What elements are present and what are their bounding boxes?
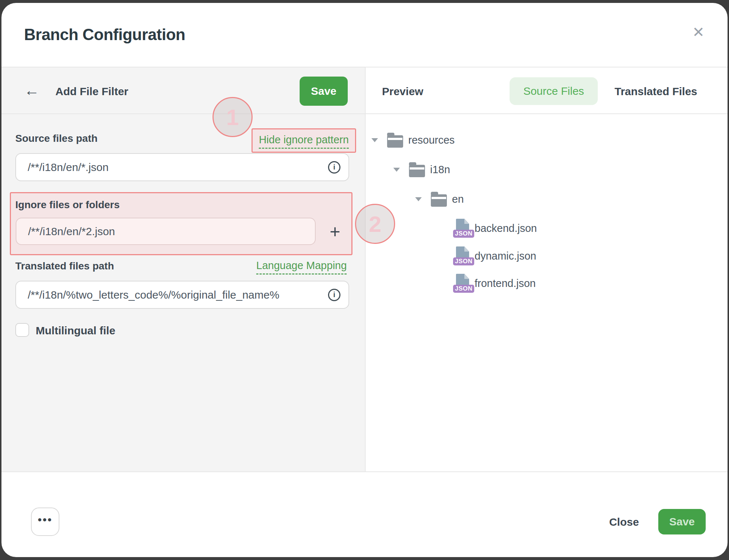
multilingual-checkbox[interactable] bbox=[15, 323, 29, 337]
chevron-down-icon[interactable] bbox=[415, 197, 422, 201]
panel-header-divider bbox=[1, 113, 728, 114]
hide-ignore-pattern-link[interactable]: Hide ignore pattern bbox=[259, 134, 349, 149]
tree-label: dynamic.json bbox=[475, 250, 536, 262]
folder-icon bbox=[409, 165, 425, 177]
tree-row-en[interactable]: en bbox=[415, 189, 464, 209]
json-file-icon: JSON bbox=[453, 219, 470, 238]
ignore-files-label: Ignore files or folders bbox=[15, 199, 120, 211]
more-options-button[interactable]: ••• bbox=[31, 508, 59, 536]
source-files-path-input[interactable] bbox=[15, 153, 349, 181]
page-title: Branch Configuration bbox=[24, 26, 185, 44]
tree-row-i18n[interactable]: i18n bbox=[393, 160, 450, 179]
tree-row-backend-json[interactable]: JSON backend.json bbox=[453, 218, 537, 238]
panel-vertical-divider bbox=[365, 67, 366, 471]
tree-label: resources bbox=[408, 134, 455, 146]
json-badge: JSON bbox=[453, 230, 474, 238]
translated-files-path-label: Translated files path bbox=[15, 260, 114, 272]
preview-title: Preview bbox=[382, 85, 423, 98]
close-icon[interactable]: ✕ bbox=[688, 22, 709, 42]
hide-ignore-pattern-highlight: Hide ignore pattern bbox=[252, 128, 356, 153]
close-button[interactable]: Close bbox=[606, 515, 642, 529]
annotation-step-2: 2 bbox=[355, 204, 395, 244]
ignore-files-input[interactable] bbox=[16, 218, 316, 245]
translated-files-path-field: i bbox=[15, 281, 349, 309]
info-icon[interactable]: i bbox=[328, 289, 340, 301]
add-ignore-pattern-button[interactable]: + bbox=[325, 218, 344, 245]
tree-label: en bbox=[452, 193, 464, 205]
language-mapping-wrap: Language Mapping bbox=[256, 260, 347, 275]
tree-label: frontend.json bbox=[475, 277, 536, 289]
tab-translated-files[interactable]: Translated Files bbox=[615, 85, 697, 98]
json-badge: JSON bbox=[453, 257, 474, 265]
annotation-step-1: 1 bbox=[213, 97, 253, 137]
folder-icon bbox=[431, 194, 447, 207]
screen-backdrop: Branch Configuration ✕ ← Add File Filter… bbox=[0, 0, 729, 560]
language-mapping-link[interactable]: Language Mapping bbox=[256, 260, 347, 275]
tab-source-files[interactable]: Source Files bbox=[510, 77, 598, 105]
json-file-icon: JSON bbox=[453, 246, 470, 265]
source-files-path-label: Source files path bbox=[15, 133, 98, 144]
chevron-down-icon[interactable] bbox=[371, 138, 378, 142]
back-arrow-icon[interactable]: ← bbox=[24, 82, 39, 99]
tree-row-resources[interactable]: resources bbox=[371, 130, 455, 150]
chevron-down-icon[interactable] bbox=[393, 167, 400, 172]
source-files-path-field: i bbox=[15, 153, 349, 181]
add-file-filter-title: Add File Filter bbox=[55, 85, 128, 98]
tree-label: backend.json bbox=[475, 222, 537, 234]
tree-row-frontend-json[interactable]: JSON frontend.json bbox=[453, 273, 536, 293]
folder-icon bbox=[387, 135, 403, 148]
multilingual-file-label: Multilingual file bbox=[36, 324, 115, 337]
save-button-bottom[interactable]: Save bbox=[658, 509, 706, 534]
tree-label: i18n bbox=[430, 164, 450, 176]
info-icon[interactable]: i bbox=[328, 161, 340, 174]
ignore-files-field bbox=[16, 218, 316, 245]
translated-files-path-input[interactable] bbox=[15, 281, 349, 309]
footer-divider bbox=[1, 471, 728, 472]
save-button-top[interactable]: Save bbox=[300, 77, 348, 106]
json-badge: JSON bbox=[453, 285, 474, 293]
json-file-icon: JSON bbox=[453, 274, 470, 293]
branch-configuration-modal: Branch Configuration ✕ ← Add File Filter… bbox=[1, 3, 728, 557]
tree-row-dynamic-json[interactable]: JSON dynamic.json bbox=[453, 246, 536, 266]
